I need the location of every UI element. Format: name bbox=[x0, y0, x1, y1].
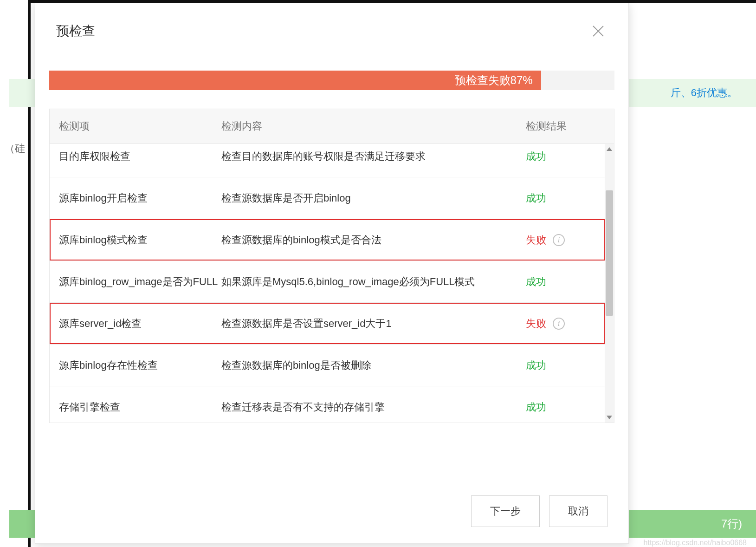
table-row: 源库server_id检查检查源数据库是否设置server_id大于1失败i bbox=[50, 303, 605, 345]
next-button[interactable]: 下一步 bbox=[471, 495, 540, 527]
status-success: 成功 bbox=[526, 400, 546, 414]
scrollbar[interactable] bbox=[605, 144, 614, 423]
table-row: 源库binlog_row_image是否为FULL如果源库是Mysql5.6,b… bbox=[50, 261, 605, 303]
table-row: 源库binlog开启检查检查源数据库是否开启binlog成功 bbox=[50, 177, 605, 219]
row-item-content: 检查源数据库的binlog模式是否合法 bbox=[221, 232, 526, 247]
table-header: 检测项 检测内容 检测结果 bbox=[50, 109, 614, 144]
row-item-content: 检查源数据库是否设置server_id大于1 bbox=[221, 316, 526, 331]
row-item-name: 源库binlog模式检查 bbox=[59, 232, 221, 247]
row-item-result: 成功 bbox=[526, 191, 595, 205]
scroll-thumb[interactable] bbox=[606, 190, 613, 316]
watermark: https://blog.csdn.net/haibo0668 bbox=[644, 539, 747, 547]
info-icon[interactable]: i bbox=[553, 234, 565, 246]
status-success: 成功 bbox=[526, 358, 546, 372]
row-item-content: 检查目的数据库的账号权限是否满足迁移要求 bbox=[221, 149, 526, 164]
row-item-result: 成功 bbox=[526, 400, 595, 414]
progress-text: 预检查失败87% bbox=[455, 73, 541, 88]
table-row: 存储引擎检查检查迁移表是否有不支持的存储引擎成功 bbox=[50, 386, 605, 423]
header-content: 检测内容 bbox=[221, 119, 526, 133]
modal-footer: 下一步 取消 bbox=[35, 479, 628, 543]
close-icon bbox=[591, 24, 605, 38]
progress-bar: 预检查失败87% bbox=[49, 71, 614, 90]
scroll-down-button[interactable] bbox=[605, 412, 614, 423]
row-item-name: 源库binlog存在性检查 bbox=[59, 358, 221, 373]
modal-header: 预检查 bbox=[35, 3, 628, 54]
row-item-content: 如果源库是Mysql5.6,binlog_row_image必须为FULL模式 bbox=[221, 274, 526, 289]
header-result: 检测结果 bbox=[526, 119, 595, 133]
progress-fill: 预检查失败87% bbox=[49, 71, 541, 90]
chevron-up-icon bbox=[607, 147, 612, 151]
row-item-result: 失败i bbox=[526, 233, 595, 247]
status-success: 成功 bbox=[526, 191, 546, 205]
row-item-result: 成功 bbox=[526, 358, 595, 372]
table-row: 目的库权限检查检查目的数据库的账号权限是否满足迁移要求成功 bbox=[50, 144, 605, 177]
info-icon[interactable]: i bbox=[553, 318, 565, 330]
row-item-name: 源库server_id检查 bbox=[59, 316, 221, 331]
success-text: 7行) bbox=[721, 516, 742, 531]
table-row: 源库binlog模式检查检查源数据库的binlog模式是否合法失败i bbox=[50, 219, 605, 261]
table-body: 目的库权限检查检查目的数据库的账号权限是否满足迁移要求成功源库binlog开启检… bbox=[50, 144, 614, 423]
status-fail: 失败 bbox=[526, 233, 546, 247]
results-table: 检测项 检测内容 检测结果 目的库权限检查检查目的数据库的账号权限是否满足迁移要… bbox=[49, 109, 614, 423]
row-item-result: 失败i bbox=[526, 317, 595, 331]
row-item-name: 源库binlog开启检查 bbox=[59, 190, 221, 206]
cancel-button[interactable]: 取消 bbox=[549, 495, 607, 527]
scroll-up-button[interactable] bbox=[605, 144, 614, 154]
row-item-name: 源库binlog_row_image是否为FULL bbox=[59, 274, 221, 289]
table-row: 源库binlog存在性检查检查源数据库的binlog是否被删除成功 bbox=[50, 345, 605, 386]
background-side-text: （硅 bbox=[5, 142, 25, 156]
row-item-name: 目的库权限检查 bbox=[59, 149, 221, 164]
status-success: 成功 bbox=[526, 275, 546, 289]
row-item-result: 成功 bbox=[526, 150, 595, 163]
row-item-content: 检查源数据库的binlog是否被删除 bbox=[221, 358, 526, 373]
discount-text: 斤、6折优惠。 bbox=[671, 86, 737, 100]
status-success: 成功 bbox=[526, 150, 546, 163]
status-fail: 失败 bbox=[526, 317, 546, 331]
modal-title: 预检查 bbox=[56, 22, 95, 40]
close-button[interactable] bbox=[589, 22, 607, 40]
row-item-content: 检查源数据库是否开启binlog bbox=[221, 190, 526, 206]
chevron-down-icon bbox=[607, 416, 612, 419]
row-item-name: 存储引擎检查 bbox=[59, 399, 221, 415]
header-item: 检测项 bbox=[59, 119, 221, 133]
row-item-content: 检查迁移表是否有不支持的存储引擎 bbox=[221, 399, 526, 415]
precheck-modal: 预检查 预检查失败87% 检测项 检测内容 检测结果 目的库权限检查检查目的数据… bbox=[35, 3, 629, 544]
row-item-result: 成功 bbox=[526, 275, 595, 289]
